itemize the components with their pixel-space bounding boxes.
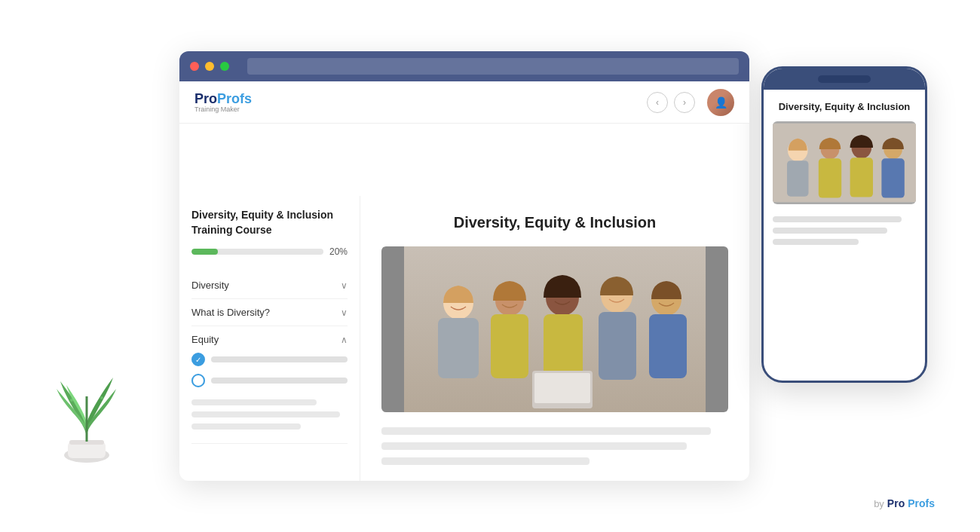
svg-rect-28 (881, 158, 904, 197)
svg-rect-22 (787, 161, 809, 197)
phone-content-image (773, 121, 916, 204)
avatar-image: 👤 (707, 89, 734, 116)
sub-item-line-2 (211, 378, 348, 384)
phone-notch-bar (818, 75, 871, 83)
what-is-diversity-title: What is Diversity? (191, 307, 270, 318)
by-text: by (874, 498, 884, 509)
plant-decoration (45, 336, 128, 472)
progress-percentage: 20% (329, 246, 348, 257)
check-circle-filled: ✓ (191, 353, 205, 366)
content-heading: Diversity, Equity & Inclusion (381, 214, 728, 231)
window-close-button[interactable] (190, 62, 199, 71)
progress-bar-background (191, 249, 323, 255)
people-illustration (381, 246, 728, 412)
browser-window: ProProfs Training Maker ‹ › 👤 Diversity,… (179, 51, 749, 481)
nav-forward-button[interactable]: › (674, 92, 695, 113)
svg-rect-15 (599, 312, 636, 380)
what-is-diversity-header[interactable]: What is Diversity? ∨ (191, 307, 348, 318)
placeholder-lines (191, 395, 348, 430)
progress-bar-fill (191, 249, 218, 255)
content-line-2 (381, 442, 687, 450)
logo-subtitle: Training Maker (194, 105, 252, 113)
logo-pro: Pro (194, 91, 217, 106)
svg-rect-17 (649, 314, 687, 378)
svg-rect-26 (850, 158, 873, 197)
placeholder-line-2 (191, 411, 340, 417)
course-title: Diversity, Equity & Inclusion Training C… (191, 208, 348, 237)
check-mark: ✓ (195, 356, 201, 364)
placeholder-line-1 (191, 399, 317, 405)
equity-sub-items: ✓ (191, 345, 348, 387)
by-proprofs-label: by ProProfs (874, 497, 935, 509)
diversity-chevron: ∨ (341, 280, 348, 291)
browser-titlebar (179, 51, 749, 81)
logo: ProProfs Training Maker (194, 91, 252, 113)
browser-navbar: ProProfs Training Maker ‹ › 👤 (179, 81, 749, 124)
sidebar-section-equity: Equity ∧ ✓ (191, 326, 348, 444)
svg-rect-24 (819, 158, 841, 197)
phone-line-1 (773, 216, 902, 222)
sidebar-section-what-is-diversity: What is Diversity? ∨ (191, 299, 348, 326)
main-content-area: Diversity, Equity & Inclusion (360, 196, 749, 481)
phone-mockup: Diversity, Equity & Inclusion (761, 66, 927, 383)
progress-row: 20% (191, 246, 348, 257)
diversity-title: Diversity (191, 280, 229, 291)
phone-body: Diversity, Equity & Inclusion (764, 90, 925, 381)
browser-content: Diversity, Equity & Inclusion Training C… (179, 124, 749, 481)
footer-logo-pro: Pro (887, 497, 905, 509)
phone-line-2 (773, 228, 887, 234)
scene: ProProfs Training Maker ‹ › 👤 Diversity,… (0, 0, 980, 532)
equity-section-header[interactable]: Equity ∧ (191, 334, 348, 345)
svg-rect-19 (534, 373, 590, 403)
svg-rect-11 (491, 314, 528, 378)
placeholder-line-3 (191, 423, 301, 430)
content-image (381, 246, 728, 412)
phone-notch (764, 69, 925, 90)
svg-point-4 (70, 399, 73, 402)
nav-arrows: ‹ › (647, 92, 695, 113)
phone-lines (773, 216, 916, 245)
content-line-3 (381, 457, 590, 465)
svg-point-5 (100, 396, 103, 399)
content-lines (381, 427, 728, 465)
phone-people-illustration (773, 121, 916, 204)
what-is-diversity-chevron: ∨ (341, 307, 348, 318)
svg-rect-13 (544, 314, 583, 378)
svg-rect-9 (438, 318, 479, 378)
equity-chevron: ∧ (341, 335, 348, 345)
sidebar-section-diversity: Diversity ∨ (191, 272, 348, 299)
equity-title: Equity (191, 334, 219, 345)
content-line-1 (381, 427, 711, 435)
equity-item-2[interactable] (191, 374, 348, 387)
logo-profs: Profs (217, 91, 252, 106)
check-circle-empty (191, 374, 205, 387)
nav-back-button[interactable]: ‹ (647, 92, 668, 113)
sub-item-line-1 (211, 356, 348, 362)
diversity-section-header[interactable]: Diversity ∨ (191, 280, 348, 291)
phone-title: Diversity, Equity & Inclusion (773, 100, 916, 114)
footer-logo-profs: Profs (908, 497, 935, 509)
course-sidebar: Diversity, Equity & Inclusion Training C… (179, 196, 360, 481)
avatar[interactable]: 👤 (707, 89, 734, 116)
window-minimize-button[interactable] (205, 62, 214, 71)
equity-item-1[interactable]: ✓ (191, 353, 348, 366)
window-maximize-button[interactable] (220, 62, 229, 71)
url-bar[interactable] (247, 58, 739, 75)
phone-line-3 (773, 239, 859, 245)
